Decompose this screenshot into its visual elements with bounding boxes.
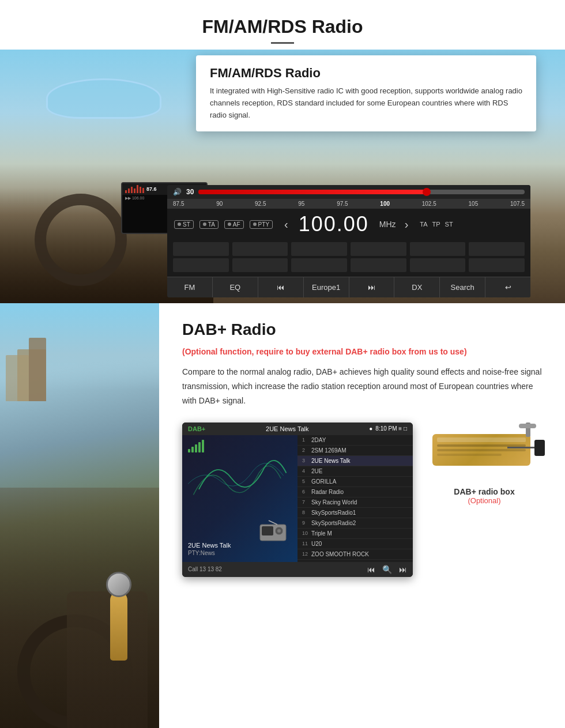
dab-main-area: 2UE News Talk PTY:News 12DAY 22SM 1269AM… — [182, 435, 413, 562]
gear-knob — [106, 572, 131, 597]
dab-section-title: DAB+ Radio — [182, 320, 542, 339]
signal-icon: ● — [369, 425, 372, 432]
playlist-item-10[interactable]: 10Triple M — [297, 529, 413, 539]
dab-section: DAB+ Radio (Optional function, require t… — [0, 303, 565, 728]
radio-tag-af: AF — [224, 220, 244, 229]
playlist-item-6[interactable]: 6Radar Radio — [297, 487, 413, 497]
dab-footer: Call 13 13 82 ⏮ 🔍 ⏭ — [182, 562, 413, 577]
preset-9[interactable] — [291, 258, 347, 272]
volume-icon: 🔊 — [173, 188, 182, 196]
wave-svg — [188, 444, 292, 513]
dab-description: Compare to the normal analog radio, DAB+… — [182, 365, 542, 409]
dab-box-optional: (Optional) — [454, 496, 514, 505]
volume-fill — [198, 190, 427, 194]
playlist-item-4[interactable]: 42UE — [297, 466, 413, 477]
volume-thumb — [423, 188, 431, 196]
hero-section: 87.6 ▶▶ 106.00 FM/AM/RDS Radio It integr… — [0, 50, 565, 303]
fm-info-desc: It integrated with High-Sensitive radio … — [210, 85, 522, 121]
radio-tag-ta: TA — [199, 220, 219, 229]
dab-station-name: 2UE News Talk — [188, 542, 292, 549]
steering-wheel — [35, 194, 127, 286]
dab-playlist: 12DAY 22SM 1269AM 32UE News Talk 42UE 5G… — [297, 435, 413, 562]
preset-12[interactable] — [469, 258, 525, 272]
radio-ui-panel: 🔊 30 87.5 90 92.5 95 97.5 100 102.5 105 … — [167, 185, 530, 297]
center-console — [67, 591, 148, 728]
playlist-item-5[interactable]: 5GORILLA — [297, 477, 413, 487]
right-label-st: ST — [445, 221, 453, 228]
toolbar-europe1-btn[interactable]: Europe1 — [304, 277, 349, 297]
dab-prev-btn[interactable]: ⏮ — [367, 565, 375, 574]
dab-screen-area: DAB+ 2UE News Talk ● 8:10 PM ≡ □ — [182, 423, 542, 577]
dab-antenna-head — [519, 424, 536, 428]
dab-header-label: DAB+ — [188, 425, 205, 432]
right-label-ta: TA — [420, 221, 427, 228]
preset-4[interactable] — [351, 242, 406, 256]
dab-box-label: DAB+ radio box — [454, 487, 514, 496]
preset-1[interactable] — [173, 242, 229, 256]
volume-track — [198, 190, 525, 194]
toolbar-back-btn[interactable]: ↩ — [485, 277, 530, 297]
frequency-display: 100.00 — [299, 212, 369, 236]
right-label-tp: TP — [432, 221, 440, 228]
freq-unit: MHz — [379, 220, 396, 229]
freq-prev-arrow[interactable]: ‹ — [284, 218, 288, 231]
dab-box-container — [427, 423, 542, 480]
dab-next-btn[interactable]: ⏭ — [399, 565, 407, 574]
playlist-item-9[interactable]: 9SkySportsRadio2 — [297, 518, 413, 529]
preset-row-1 — [173, 242, 525, 256]
preset-3[interactable] — [291, 242, 347, 256]
preset-6[interactable] — [469, 242, 525, 256]
radio-tag-st: ST — [174, 220, 194, 229]
toolbar-fm-btn[interactable]: FM — [167, 277, 213, 297]
left-car-panel — [0, 303, 159, 728]
preset-11[interactable] — [410, 258, 466, 272]
page-title: FM/AM/RDS Radio — [0, 16, 565, 37]
dab-footer-buttons: ⏮ 🔍 ⏭ — [367, 565, 407, 574]
radio-tag-pty: PTY — [250, 220, 273, 229]
playlist-item-3[interactable]: 32UE News Talk — [297, 456, 413, 466]
preset-5[interactable] — [410, 242, 466, 256]
dab-footer-call: Call 13 13 82 — [188, 566, 222, 572]
playlist-item-11[interactable]: 11U20 — [297, 539, 413, 549]
dab-station-header: 2UE News Talk — [266, 425, 308, 432]
preset-10[interactable] — [351, 258, 406, 272]
fm-radio-info-card: FM/AM/RDS Radio It integrated with High-… — [196, 55, 536, 131]
playlist-item-8[interactable]: 8SkySportsRadio1 — [297, 508, 413, 518]
preset-2[interactable] — [232, 242, 288, 256]
dab-optional-note: (Optional function, require to buy exter… — [182, 346, 542, 358]
svg-point-3 — [277, 529, 281, 533]
toolbar-prev-btn[interactable]: ⏮ — [258, 277, 304, 297]
preset-7[interactable] — [173, 258, 229, 272]
radio-toolbar: FM EQ ⏮ Europe1 ⏭ DX Search ↩ — [167, 277, 530, 297]
preset-8[interactable] — [232, 258, 288, 272]
dab-right-content: DAB+ Radio (Optional function, require t… — [159, 303, 565, 728]
playlist-item-1[interactable]: 12DAY — [297, 435, 413, 446]
svg-line-4 — [269, 520, 277, 525]
dab-radio-box: DAB+ radio box (Optional) — [427, 423, 542, 505]
dab-box-label-area: DAB+ radio box (Optional) — [454, 487, 514, 505]
toolbar-eq-btn[interactable]: EQ — [213, 277, 258, 297]
freq-next-arrow[interactable]: › — [405, 218, 409, 231]
playlist-item-2[interactable]: 22SM 1269AM — [297, 446, 413, 456]
toolbar-dx-btn[interactable]: DX — [394, 277, 440, 297]
radio-icon — [257, 516, 289, 542]
svg-rect-1 — [262, 526, 273, 535]
toolbar-search-btn[interactable]: Search — [440, 277, 485, 297]
playlist-item-7[interactable]: 7Sky Racing World — [297, 497, 413, 508]
page-header: FM/AM/RDS Radio — [0, 0, 565, 50]
dab-screen-header: DAB+ 2UE News Talk ● 8:10 PM ≡ □ — [182, 423, 413, 435]
preset-row-2 — [173, 258, 525, 272]
volume-number: 30 — [186, 188, 194, 196]
preset-rows — [167, 240, 530, 277]
volume-row: 🔊 30 — [167, 185, 530, 199]
radio-svg — [257, 516, 289, 542]
dab-box-stripe-3 — [437, 449, 526, 451]
dab-search-btn[interactable]: 🔍 — [382, 565, 392, 574]
title-divider — [271, 42, 294, 44]
dab-box-stripe-1 — [437, 437, 526, 442]
playlist-item-12[interactable]: 12ZOO SMOOTH ROCK — [297, 549, 413, 560]
building-2 — [29, 338, 46, 401]
building-3 — [6, 355, 29, 401]
toolbar-next-btn[interactable]: ⏭ — [349, 277, 395, 297]
dab-time: ● 8:10 PM ≡ □ — [369, 425, 407, 432]
